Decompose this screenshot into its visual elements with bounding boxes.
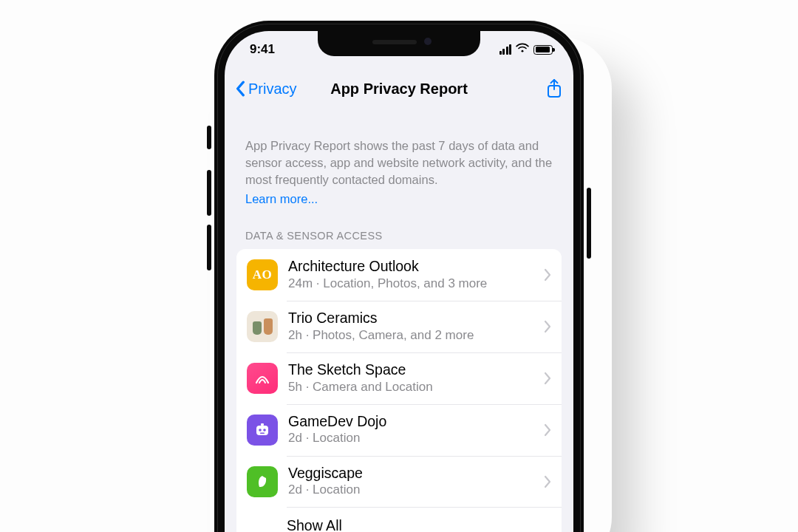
chevron-right-icon — [544, 268, 551, 282]
app-details: 2h · Photos, Camera, and 2 more — [288, 327, 533, 344]
svg-point-3 — [263, 429, 266, 432]
app-name: Veggiscape — [288, 465, 533, 482]
svg-rect-5 — [261, 423, 264, 426]
app-name: GameDev Dojo — [288, 413, 533, 431]
list-item[interactable]: AO Architecture Outlook 24m · Location, … — [236, 249, 562, 301]
list-item[interactable]: GameDev Dojo 2d · Location — [236, 404, 562, 456]
share-icon — [545, 78, 563, 99]
wifi-icon — [516, 42, 529, 57]
app-name: The Sketch Space — [288, 361, 533, 379]
list-item[interactable]: The Sketch Space 5h · Camera and Locatio… — [236, 352, 562, 404]
section-header: DATA & SENSOR ACCESS — [225, 208, 573, 249]
chevron-right-icon — [544, 320, 551, 333]
svg-rect-4 — [260, 432, 265, 434]
chevron-right-icon — [544, 475, 551, 488]
side-button — [587, 188, 591, 259]
show-all-button[interactable]: Show All — [236, 507, 562, 532]
volume-up-button — [207, 170, 211, 216]
app-name: Architecture Outlook — [288, 258, 533, 276]
screen: 9:41 Priv — [225, 31, 573, 532]
navigation-bar: Privacy App Privacy Report — [225, 69, 573, 108]
intro-body: App Privacy Report shows the past 7 days… — [245, 139, 552, 186]
phone-frame: 9:41 Priv — [214, 21, 584, 532]
svg-rect-1 — [256, 426, 268, 435]
notch — [318, 31, 480, 56]
app-name: Trio Ceramics — [288, 310, 533, 327]
intro-text: App Privacy Report shows the past 7 days… — [225, 109, 573, 208]
volume-down-button — [207, 225, 211, 270]
battery-icon — [533, 45, 553, 55]
share-button[interactable] — [545, 78, 563, 99]
list-item[interactable]: Veggiscape 2d · Location — [236, 456, 562, 508]
app-icon — [247, 311, 278, 342]
list-item[interactable]: Trio Ceramics 2h · Photos, Camera, and 2… — [236, 301, 562, 352]
learn-more-link[interactable]: Learn more... — [245, 191, 318, 208]
chevron-left-icon — [235, 81, 247, 97]
mute-switch — [207, 126, 211, 149]
app-icon: AO — [247, 259, 278, 290]
chevron-right-icon — [544, 372, 551, 385]
svg-point-2 — [259, 429, 262, 432]
app-icon — [247, 363, 278, 394]
cellular-icon — [499, 44, 512, 55]
status-time: 9:41 — [250, 42, 275, 57]
app-details: 2d · Location — [288, 482, 533, 498]
content-area: App Privacy Report shows the past 7 days… — [225, 109, 573, 532]
app-details: 24m · Location, Photos, and 3 more — [288, 276, 533, 292]
app-icon — [247, 415, 278, 446]
show-all-label: Show All — [287, 517, 342, 532]
app-details: 5h · Camera and Location — [288, 379, 533, 395]
app-details: 2d · Location — [288, 430, 533, 446]
chevron-right-icon — [544, 423, 551, 437]
page-title: App Privacy Report — [330, 81, 468, 98]
app-icon — [247, 466, 278, 497]
back-button[interactable]: Privacy — [235, 81, 297, 98]
app-list: AO Architecture Outlook 24m · Location, … — [236, 249, 562, 532]
back-label: Privacy — [248, 81, 297, 98]
